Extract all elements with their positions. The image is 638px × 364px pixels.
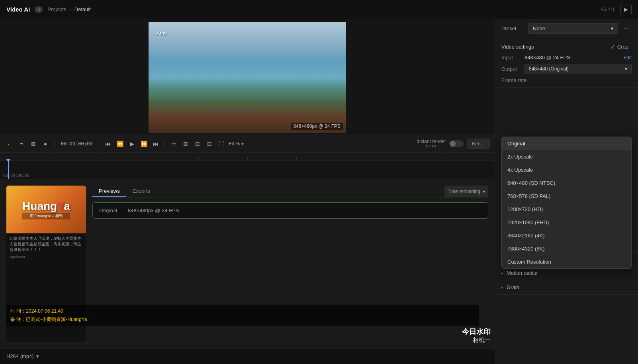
ruler-mark bbox=[51, 157, 100, 160]
video-frame bbox=[149, 22, 346, 133]
time-watermark: 时 间：2024.07.06 21:40 bbox=[10, 307, 475, 315]
breadcrumb: Projects › Default bbox=[47, 6, 91, 12]
bottom-toolbar: H264 (mp4) ▾ ↑ Exp... bbox=[0, 348, 495, 364]
view-split-button[interactable]: ⊞ bbox=[181, 139, 190, 149]
output-value: 848×480 (Original) bbox=[529, 66, 569, 72]
ruler-mark bbox=[395, 157, 444, 160]
timeline-timestamp: 00:00:00;00 bbox=[3, 173, 29, 178]
preset-chevron-icon bbox=[611, 25, 614, 31]
render-button[interactable]: Ren... bbox=[467, 139, 490, 149]
output-dropdown: Original 2x Upscale 4x Upscale 640×480 (… bbox=[501, 137, 632, 269]
codec-select[interactable]: H264 (mp4) ▾ bbox=[6, 353, 39, 359]
dropdown-item-2x[interactable]: 2x Upscale bbox=[502, 150, 631, 163]
video-settings-label: Video settings bbox=[501, 44, 534, 50]
grain-chevron-icon bbox=[501, 285, 503, 290]
zoom-button[interactable]: ⊠ bbox=[29, 139, 38, 149]
ruler-mark bbox=[296, 157, 345, 160]
time-remaining-chevron-icon: ▾ bbox=[483, 189, 485, 194]
tab-previews[interactable]: Previews bbox=[92, 186, 126, 197]
grain-label: Grain bbox=[507, 284, 519, 290]
time-display: 00:00:00;00 bbox=[61, 141, 92, 147]
crop-label: Crop bbox=[617, 44, 628, 50]
dropdown-item-fhd[interactable]: 1920×1080 (FHD) bbox=[502, 216, 631, 229]
crop-icon: ⤢ bbox=[611, 44, 615, 50]
dropdown-item-hd[interactable]: 1280×720 (HD) bbox=[502, 203, 631, 216]
view-side-button[interactable]: ⊟ bbox=[193, 139, 202, 149]
instant-render-label: Instant render BETA bbox=[417, 139, 446, 149]
time-remaining-select[interactable]: Time remaining ▾ bbox=[444, 186, 488, 197]
instant-render-text: Instant render bbox=[417, 139, 446, 144]
dropdown-item-original[interactable]: Original bbox=[502, 137, 631, 150]
watermark-line1: 今日水印 bbox=[462, 327, 491, 337]
separator-2 bbox=[99, 140, 99, 148]
codec-label: H264 (mp4) bbox=[6, 353, 34, 359]
ruler-mark bbox=[346, 157, 395, 160]
video-settings-section: Video settings ⤢ Crop Input 848×480 @ 24… bbox=[495, 38, 638, 88]
input-label: Input bbox=[501, 55, 521, 61]
projects-link[interactable]: Projects bbox=[47, 6, 66, 12]
watermark-line2: 相机一 bbox=[462, 337, 491, 344]
crop-button[interactable]: ⤢ Crop bbox=[607, 42, 632, 51]
skip-end-button[interactable]: ⏭ bbox=[151, 139, 160, 149]
mark-in-button[interactable]: ⌐ bbox=[5, 139, 14, 149]
thumbnail-image: HuangYa — 黄丫HuangYa-小黄鸭 — bbox=[6, 186, 86, 233]
output-label: Output bbox=[501, 66, 521, 72]
frame-rate-row: Frame rate bbox=[501, 77, 632, 83]
time-remaining-label: Time remaining bbox=[448, 189, 480, 194]
view-fit-button[interactable]: ▭ bbox=[169, 139, 178, 149]
prev-frame-button[interactable]: ⏪ bbox=[115, 139, 125, 149]
ruler-mark bbox=[247, 157, 296, 160]
ruler-mark bbox=[444, 157, 493, 160]
preset-row: Preset None ··· bbox=[501, 23, 632, 34]
preset-label: Preset bbox=[501, 25, 525, 31]
instant-render-toggle[interactable] bbox=[449, 140, 464, 147]
fit-chevron-icon: ▾ bbox=[241, 141, 244, 147]
motion-deblur-chevron-icon bbox=[501, 271, 503, 275]
video-info: 848×480px @ 24 FPS bbox=[291, 123, 343, 130]
video-settings-row: Video settings ⤢ Crop bbox=[501, 42, 632, 51]
ruler-mark bbox=[198, 157, 247, 160]
point-button[interactable]: ● bbox=[41, 139, 50, 149]
timeline-track[interactable]: 00:00:00;00 bbox=[0, 160, 495, 179]
motion-deblur-label: Motion deblur bbox=[507, 270, 538, 276]
preview-item: Original 848×480px @ 24 FPS bbox=[92, 202, 488, 219]
output-select[interactable]: 848×480 (Original) bbox=[524, 64, 632, 74]
separator-3 bbox=[164, 140, 165, 148]
skip-start-button[interactable]: ⏮ bbox=[103, 139, 113, 149]
project-count-badge: 5 bbox=[35, 6, 43, 13]
grain-section[interactable]: Grain bbox=[495, 280, 638, 295]
ruler-marks bbox=[0, 153, 495, 160]
previews-tabs: Previews Exports Time remaining ▾ bbox=[92, 186, 488, 198]
preset-more-button[interactable]: ··· bbox=[621, 23, 632, 34]
main-layout: After 848×480px @ 24 FPS ⌐ ¬ ⊠ ● 00:00:0… bbox=[0, 19, 638, 364]
next-frame-button[interactable]: ⏩ bbox=[139, 139, 149, 149]
input-value: 848×480 @ 24 FPS bbox=[524, 55, 620, 61]
dropdown-item-8k[interactable]: 7680×4320 (8K) bbox=[502, 242, 631, 255]
preset-select[interactable]: None bbox=[528, 23, 618, 34]
watermark-bottom-meta: 时 间：2024.07.06 21:40 备 注：已测试-小黄鸭资源-Huang… bbox=[6, 305, 479, 326]
separator-1 bbox=[54, 140, 55, 148]
breadcrumb-separator: › bbox=[69, 6, 71, 12]
video-label: After bbox=[157, 30, 167, 36]
preview-item-label: Original bbox=[99, 207, 123, 213]
thumbnail-logo: HuangYa bbox=[22, 200, 70, 213]
center-area: After 848×480px @ 24 FPS ⌐ ¬ ⊠ ● 00:00:0… bbox=[0, 19, 495, 364]
tab-exports[interactable]: Exports bbox=[126, 186, 157, 197]
output-row: Output 848×480 (Original) bbox=[501, 64, 632, 74]
fullscreen-button[interactable]: ⛶ bbox=[217, 139, 226, 149]
play-button[interactable]: ▶ bbox=[127, 139, 137, 149]
mark-out-button[interactable]: ¬ bbox=[17, 139, 26, 149]
dropdown-item-sd-pal[interactable]: 768×576 (SD PAL) bbox=[502, 190, 631, 203]
input-edit-button[interactable]: Edit bbox=[623, 55, 632, 61]
dropdown-item-custom[interactable]: Custom Resolution bbox=[502, 255, 631, 268]
codec-chevron-icon: ▾ bbox=[36, 353, 39, 359]
dropdown-item-4k[interactable]: 3840×2160 (4K) bbox=[502, 229, 631, 242]
topbar-play-button[interactable]: ▶ bbox=[620, 4, 632, 15]
output-chevron-icon bbox=[625, 66, 627, 72]
preview-item-info: 848×480px @ 24 FPS bbox=[128, 207, 179, 213]
dropdown-item-sd-ntsc[interactable]: 640×480 (SD NTSC) bbox=[502, 176, 631, 190]
dropdown-item-4x[interactable]: 4x Upscale bbox=[502, 163, 631, 176]
note-watermark: 备 注：已测试-小黄鸭资源-HuangYa bbox=[10, 315, 475, 323]
capture-button[interactable]: ⊡ bbox=[205, 139, 214, 149]
fit-control[interactable]: Fit % ▾ bbox=[229, 141, 243, 147]
